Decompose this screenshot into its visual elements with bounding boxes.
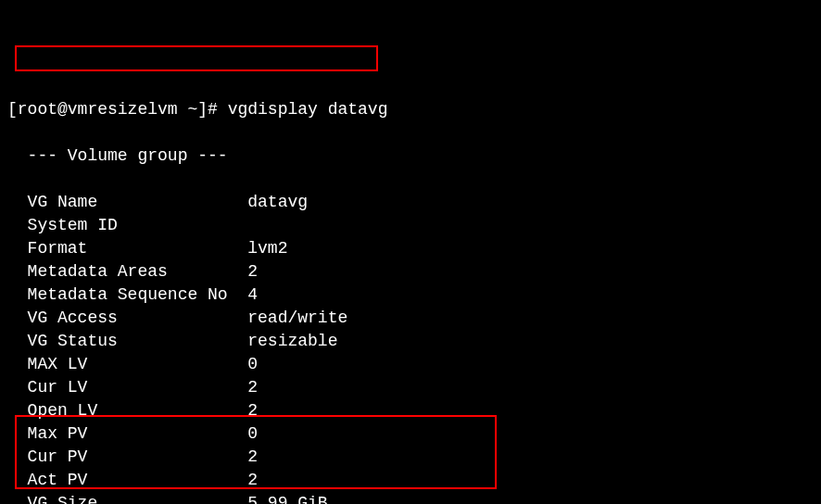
field-value: 2: [237, 260, 258, 284]
output-row: VG Access read/write: [7, 307, 821, 330]
command-line[interactable]: [root@vmresizelvm ~]# vgdisplay datavg: [7, 98, 821, 121]
field-value: datavg: [237, 191, 308, 214]
output-row: Metadata Areas 2: [7, 260, 821, 284]
output-row: Format lvm2: [7, 237, 821, 260]
output-row: Act PV 2: [7, 469, 821, 492]
field-value: 2: [237, 399, 258, 422]
typed-command: vgdisplay datavg: [228, 100, 388, 119]
output-row: Cur PV 2: [7, 446, 821, 469]
field-label: VG Status: [7, 330, 237, 353]
field-label: Cur PV: [7, 446, 237, 469]
field-label: Act PV: [7, 469, 237, 492]
output-row: Max PV 0: [7, 422, 821, 446]
field-value: resizable: [237, 330, 337, 353]
output-row: VG Status resizable: [7, 330, 821, 353]
field-label: Metadata Sequence No: [7, 284, 237, 307]
output-row: Cur LV 2: [7, 376, 821, 399]
field-label: System ID: [7, 214, 237, 237]
field-value: 4: [237, 284, 258, 307]
output-row: Open LV 2: [7, 399, 821, 422]
field-value: 2: [237, 446, 258, 469]
field-label: Cur LV: [7, 376, 237, 399]
field-label: VG Name: [7, 191, 237, 214]
field-value: 0: [237, 422, 258, 446]
output-row: Metadata Sequence No 4: [7, 284, 821, 307]
field-label: VG Access: [7, 307, 237, 330]
output-header: --- Volume group ---: [7, 145, 821, 168]
output-row: MAX LV 0: [7, 353, 821, 376]
field-value: 0: [237, 353, 258, 376]
output-row: System ID: [7, 214, 821, 237]
field-label: Open LV: [7, 399, 237, 422]
shell-prompt: [root@vmresizelvm ~]#: [7, 100, 228, 119]
field-label: Max PV: [7, 422, 237, 446]
field-label: MAX LV: [7, 353, 237, 376]
output-row: VG Size 5.99 GiB: [7, 492, 821, 504]
field-label: Metadata Areas: [7, 260, 237, 284]
field-value: 5.99 GiB: [237, 492, 327, 504]
field-label: Format: [7, 237, 237, 260]
output-body: VG Name datavg System ID Format lvm2 Met…: [7, 191, 821, 504]
highlight-box-vgname: [15, 45, 378, 71]
output-row: VG Name datavg: [7, 191, 821, 214]
field-value: lvm2: [237, 237, 287, 260]
field-value: 2: [237, 376, 258, 399]
field-value: read/write: [237, 307, 347, 330]
field-value: 2: [237, 469, 258, 492]
field-label: VG Size: [7, 492, 237, 504]
